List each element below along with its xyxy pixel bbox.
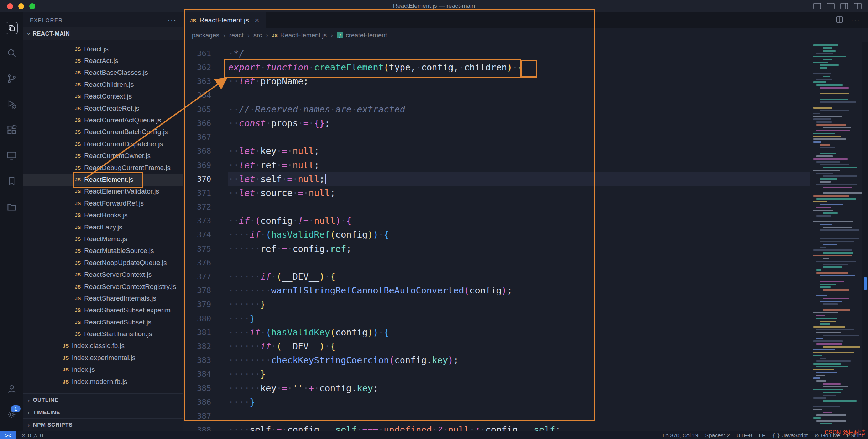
tree-item-index-modern-fb-js[interactable]: JSindex.modern.fb.js bbox=[23, 376, 183, 387]
line-number[interactable]: 381 bbox=[183, 326, 219, 339]
line-number[interactable]: 378 bbox=[183, 284, 219, 297]
code-line-369[interactable]: ··let·ref·=·null; bbox=[228, 158, 868, 172]
code-line-382[interactable]: ······if·(__DEV__)·{ bbox=[228, 339, 868, 353]
tree-item-reactmutablesource-js[interactable]: JSReactMutableSource.js bbox=[23, 245, 183, 257]
line-number[interactable]: 370 bbox=[183, 172, 219, 186]
line-number[interactable]: 376 bbox=[183, 256, 219, 270]
section-npm-scripts[interactable]: ›NPM SCRIPTS bbox=[23, 418, 183, 431]
sidebar-item-explorer[interactable] bbox=[2, 15, 22, 41]
code-line-383[interactable]: ········checkKeyStringCoercion(config.ke… bbox=[228, 353, 868, 367]
code-line-361[interactable]: ·*/ bbox=[228, 47, 868, 60]
breadcrumb-react[interactable]: react bbox=[229, 32, 244, 39]
code-line-367[interactable] bbox=[228, 130, 868, 144]
code-line-377[interactable]: ······if·(__DEV__)·{ bbox=[228, 270, 868, 284]
problems-status[interactable]: ⊘ 0 △ 0 bbox=[16, 432, 48, 439]
sidebar-item-extensions[interactable] bbox=[2, 118, 22, 143]
code-line-385[interactable]: ······key·=·''·+·config.key; bbox=[228, 381, 868, 395]
code-line-376[interactable] bbox=[228, 256, 868, 270]
tree-item-reactcreateref-js[interactable]: JSReactCreateRef.js bbox=[23, 102, 183, 114]
line-number[interactable]: 369 bbox=[183, 158, 219, 172]
code-line-372[interactable] bbox=[228, 200, 868, 214]
tree-item-reactservercontext-js[interactable]: JSReactServerContext.js bbox=[23, 269, 183, 280]
code-line-362[interactable]: export·function·createElement(type,·conf… bbox=[228, 60, 868, 74]
sidebar-item-remote-explorer[interactable] bbox=[2, 143, 22, 169]
tree-item-index-js[interactable]: JSindex.js bbox=[23, 364, 183, 376]
remote-indicator[interactable]: >< bbox=[0, 431, 16, 439]
tree-item-index-classic-fb-js[interactable]: JSindex.classic.fb.js bbox=[23, 340, 183, 352]
tree-item-reactstarttransition-js[interactable]: JSReactStartTransition.js bbox=[23, 328, 183, 340]
tree-item-reactelement-js[interactable]: JSReactElement.js bbox=[23, 174, 183, 185]
sidebar-item-project-manager[interactable] bbox=[2, 195, 22, 220]
code-line-368[interactable]: ··let·key·=·null; bbox=[228, 144, 868, 158]
line-number[interactable]: 377 bbox=[183, 270, 219, 284]
close-window-button[interactable] bbox=[7, 3, 13, 9]
code-line-370[interactable]: ··let·self·=·null; bbox=[228, 172, 868, 186]
line-number[interactable]: 387 bbox=[183, 409, 219, 423]
toggle-secondary-sidebar-icon[interactable] bbox=[840, 3, 848, 9]
line-number[interactable]: 368 bbox=[183, 144, 219, 158]
breadcrumb-reactelement-js[interactable]: JSReactElement.js bbox=[272, 32, 327, 39]
code-line-366[interactable]: ··const·props·=·{}; bbox=[228, 116, 868, 130]
code-line-381[interactable]: ····if·(hasValidKey(config))·{ bbox=[228, 326, 868, 339]
tree-root-react-main[interactable]: › REACT-MAIN bbox=[23, 27, 183, 40]
sidebar-item-source-control[interactable] bbox=[2, 67, 22, 92]
code-line-380[interactable]: ····} bbox=[228, 312, 868, 326]
status-ln-370-col-19[interactable]: Ln 370, Col 19 bbox=[663, 432, 699, 439]
tree-item-reactsharedinternals-js[interactable]: JSReactSharedInternals.js bbox=[23, 292, 183, 304]
status-utf-8[interactable]: UTF-8 bbox=[737, 432, 752, 439]
tree-item-reactcurrentactqueue-js[interactable]: JSReactCurrentActQueue.js bbox=[23, 114, 183, 126]
line-number[interactable]: 363 bbox=[183, 74, 219, 88]
code-line-364[interactable] bbox=[228, 89, 868, 102]
tree-item-reactelementvalidator-js[interactable]: JSReactElementValidator.js bbox=[23, 186, 183, 197]
tree-item-reactcontext-js[interactable]: JSReactContext.js bbox=[23, 91, 183, 102]
tree-item-reactdebugcurrentframe-js[interactable]: JSReactDebugCurrentFrame.js bbox=[23, 162, 183, 174]
line-number[interactable]: 374 bbox=[183, 228, 219, 242]
line-number[interactable]: 382 bbox=[183, 339, 219, 353]
code-line-371[interactable]: ··let·source·=·null; bbox=[228, 186, 868, 200]
section-timeline[interactable]: ›TIMELINE bbox=[23, 406, 183, 418]
tree-item-reactbaseclasses-js[interactable]: JSReactBaseClasses.js bbox=[23, 67, 183, 79]
code-line-373[interactable]: ··if·(config·!=·null)·{ bbox=[228, 214, 868, 228]
tree-item-reactforwardref-js[interactable]: JSReactForwardRef.js bbox=[23, 197, 183, 209]
code-line-384[interactable]: ······} bbox=[228, 367, 868, 381]
tree-item-reactsharedsubset-experim-[interactable]: JSReactSharedSubset.experim… bbox=[23, 305, 183, 316]
tree-item-reactservercontextregistry-js[interactable]: JSReactServerContextRegistry.js bbox=[23, 281, 183, 292]
editor-more-actions-icon[interactable]: ··· bbox=[851, 16, 860, 25]
tree-item-reactcurrentbatchconfig-js[interactable]: JSReactCurrentBatchConfig.js bbox=[23, 126, 183, 138]
line-number[interactable]: 375 bbox=[183, 242, 219, 256]
line-number[interactable]: 379 bbox=[183, 297, 219, 311]
zoom-window-button[interactable] bbox=[29, 3, 35, 9]
close-tab-icon[interactable]: × bbox=[255, 16, 259, 25]
tree-item-reactnoopupdatequeue-js[interactable]: JSReactNoopUpdateQueue.js bbox=[23, 257, 183, 269]
line-number[interactable]: 372 bbox=[183, 200, 219, 214]
breadcrumb-createelement[interactable]: ƒcreateElement bbox=[337, 32, 387, 39]
customize-layout-icon[interactable] bbox=[854, 3, 862, 9]
code-line-386[interactable]: ····} bbox=[228, 395, 868, 409]
tree-item-index-experimental-js[interactable]: JSindex.experimental.js bbox=[23, 352, 183, 364]
line-number[interactable]: 365 bbox=[183, 102, 219, 116]
accounts-button[interactable] bbox=[2, 377, 22, 402]
explorer-more-actions-icon[interactable]: ··· bbox=[168, 16, 177, 24]
sidebar-item-bookmarks[interactable] bbox=[2, 169, 22, 195]
status-javascript[interactable]: { }JavaScript bbox=[772, 432, 808, 439]
code-line-375[interactable]: ······ref·=·config.ref; bbox=[228, 242, 868, 256]
code-line-379[interactable]: ······} bbox=[228, 297, 868, 311]
tab-reactelement-js[interactable]: JS ReactElement.js × bbox=[183, 12, 266, 28]
code-line-374[interactable]: ····if·(hasValidRef(config))·{ bbox=[228, 228, 868, 242]
sidebar-item-run-debug[interactable] bbox=[2, 92, 22, 118]
minimap[interactable] bbox=[810, 42, 862, 431]
line-number[interactable]: 383 bbox=[183, 353, 219, 367]
tree-item-reacthooks-js[interactable]: JSReactHooks.js bbox=[23, 209, 183, 221]
overview-ruler[interactable] bbox=[862, 42, 868, 431]
code-editor[interactable]: ·*/export·function·createElement(type,·c… bbox=[219, 42, 868, 431]
line-number[interactable]: 385 bbox=[183, 381, 219, 395]
tree-item-reactact-js[interactable]: JSReactAct.js bbox=[23, 55, 183, 67]
toggle-primary-sidebar-icon[interactable] bbox=[813, 3, 821, 9]
line-number[interactable]: 367 bbox=[183, 130, 219, 144]
code-line-365[interactable]: ··//·Reserved·names·are·extracted bbox=[228, 102, 868, 116]
section-outline[interactable]: ›OUTLINE bbox=[23, 393, 183, 406]
line-number[interactable]: 371 bbox=[183, 186, 219, 200]
toggle-panel-icon[interactable] bbox=[827, 3, 835, 9]
line-number[interactable]: 386 bbox=[183, 395, 219, 409]
status-lf[interactable]: LF bbox=[759, 432, 765, 439]
